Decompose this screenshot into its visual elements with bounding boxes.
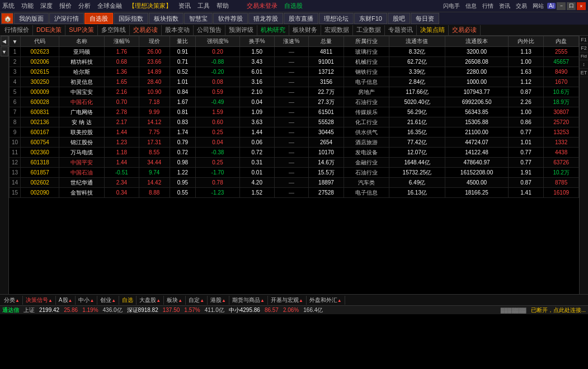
- btab-dapan[interactable]: 大盘股▲: [137, 296, 164, 305]
- sidebar-prev[interactable]: ◀: [1, 36, 8, 46]
- table-row[interactable]: 4 300250 初灵信息 1.65 28.40 1.01 0.08 3.16 …: [10, 77, 579, 87]
- trade-btn[interactable]: 交易: [514, 2, 529, 10]
- tab2-jybd[interactable]: 交易必读: [130, 25, 162, 35]
- table-row[interactable]: 5 000009 中国宝安 2.16 10.90 0.84 0.59 2.10 …: [10, 87, 579, 97]
- cell-name[interactable]: 亚玛顿: [59, 47, 105, 57]
- btab-fenlei[interactable]: 分类▲: [1, 296, 23, 305]
- col-header-inout[interactable]: 内外比: [508, 36, 544, 47]
- ai-badge[interactable]: Ai: [547, 3, 556, 9]
- table-row[interactable]: 6 600028 中国石化 0.70 7.18 1.67 -0.49 0.04 …: [10, 97, 579, 107]
- cell-code[interactable]: 002602: [21, 178, 59, 188]
- menu-depth[interactable]: 深度: [40, 2, 53, 10]
- btab-chuangye[interactable]: 创业▲: [97, 296, 119, 305]
- menu-global[interactable]: 全球金融: [97, 2, 122, 10]
- tab-forum[interactable]: 理想论坛: [319, 13, 354, 24]
- btab-ziding[interactable]: 自定▲: [186, 296, 208, 305]
- menu-function[interactable]: 功能: [21, 2, 34, 10]
- menu-help[interactable]: 帮助: [217, 2, 229, 10]
- cell-name[interactable]: 初灵信息: [59, 77, 105, 87]
- cell-name[interactable]: 精功科技: [59, 57, 105, 67]
- cell-code[interactable]: 002615: [21, 67, 59, 77]
- col-header-totalvol[interactable]: 总量: [309, 36, 344, 47]
- tab-intl[interactable]: 国际指数: [114, 13, 148, 24]
- cell-name[interactable]: 中国平安: [59, 158, 105, 168]
- cell-code[interactable]: 600754: [21, 138, 59, 148]
- cell-code[interactable]: 600167: [21, 127, 59, 138]
- table-row[interactable]: 9 600167 联美控股 1.44 7.75 1.74 0.25 1.44 —…: [10, 127, 579, 138]
- table-row[interactable]: 7 600831 广电网络 2.78 9.99 0.81 1.59 1.09 —…: [10, 107, 579, 117]
- col-header-volratio[interactable]: 量比: [170, 36, 195, 47]
- self-select[interactable]: 自选股: [284, 2, 303, 10]
- tab-myview[interactable]: 我的版面: [14, 13, 49, 24]
- col-header-code[interactable]: 代码: [21, 36, 59, 47]
- minimize-button[interactable]: －: [557, 2, 566, 10]
- table-row[interactable]: 15 002090 金智科技 0.34 8.88 0.55 -1.23 1.52…: [10, 188, 579, 198]
- menu-analysis[interactable]: 分析: [78, 2, 91, 10]
- menu-tools[interactable]: 工具: [197, 2, 210, 10]
- tab2-ztzx[interactable]: 专题资讯: [385, 25, 417, 35]
- tab-f10[interactable]: 东财F10: [354, 13, 387, 24]
- btab-bankuai[interactable]: 板块▲: [164, 296, 186, 305]
- col-header-inner[interactable]: 内盘: [544, 36, 579, 47]
- tab-zhihui[interactable]: 智慧宝: [184, 13, 213, 24]
- col-header-industry[interactable]: 所属行业: [344, 36, 389, 47]
- table-row[interactable]: 13 601857 中国石油 -0.51 9.74 1.22 -1.70 0.0…: [10, 168, 579, 178]
- sidebar-down[interactable]: ▼: [1, 46, 8, 56]
- cell-name[interactable]: 中国宝安: [59, 87, 105, 97]
- btab-aguwai[interactable]: A股▲: [56, 296, 76, 305]
- f2-btn[interactable]: F2: [580, 44, 588, 53]
- cell-code[interactable]: 000009: [21, 87, 59, 97]
- maximize-button[interactable]: 口: [567, 2, 576, 10]
- f1-btn[interactable]: F1: [580, 36, 588, 44]
- connection-status[interactable]: 已断开，点此处连接...: [531, 306, 586, 314]
- cell-name[interactable]: 广电网络: [59, 107, 105, 117]
- cell-name[interactable]: 联美控股: [59, 127, 105, 138]
- tab-bankuai[interactable]: 板块指数: [149, 13, 184, 24]
- col-header-name[interactable]: 名称: [59, 36, 105, 47]
- cell-code[interactable]: 002136: [21, 117, 59, 127]
- tab2-gysj[interactable]: 工业数据: [353, 25, 385, 35]
- tab2-sup[interactable]: SUP决策: [65, 25, 98, 35]
- news-btn[interactable]: 资讯: [497, 2, 512, 10]
- close-button[interactable]: ×: [577, 2, 586, 10]
- table-row[interactable]: 3 002615 哈尔斯 1.36 14.89 0.52 -0.20 6.01 …: [10, 67, 579, 77]
- flash-btn[interactable]: 闪电手: [441, 2, 462, 10]
- cell-name[interactable]: 世纪华通: [59, 178, 105, 188]
- table-row[interactable]: 11 002360 万马电缆 1.18 8.55 0.72 -0.38 0.72…: [10, 148, 579, 158]
- tab2-jcdj[interactable]: 决策点睛: [417, 25, 449, 35]
- table-row[interactable]: 1 002623 亚玛顿 1.76 26.00 0.91 0.20 1.50 —…: [10, 47, 579, 57]
- col-header-circcap[interactable]: 流通市值: [389, 36, 445, 47]
- col-header-change[interactable]: 涨幅%: [105, 36, 139, 47]
- quote-btn[interactable]: 行情: [480, 2, 496, 10]
- table-row[interactable]: 2 002006 精功科技 0.68 23.66 0.71 -0.88 3.43…: [10, 57, 579, 67]
- table-row[interactable]: 12 601318 中国平安 1.44 34.44 0.98 0.25 0.31…: [10, 158, 579, 168]
- btab-ganggu[interactable]: 港股▲: [208, 296, 229, 305]
- tab2-gbbd[interactable]: 股本变动: [162, 25, 194, 35]
- tab2-dde[interactable]: DDE决策: [33, 25, 65, 35]
- menu-system[interactable]: 系统: [2, 2, 15, 10]
- col-header-turnover[interactable]: 换手%: [239, 36, 274, 47]
- tab2-jgyj[interactable]: 机构研究: [257, 25, 289, 35]
- tab-zixuan[interactable]: 自选股: [84, 13, 113, 24]
- tab2-hqbj[interactable]: 行情报价: [1, 25, 33, 35]
- col-header-price[interactable]: 现价: [139, 36, 170, 47]
- tab2-hgsj[interactable]: 宏观数据: [321, 25, 353, 35]
- cell-code[interactable]: 601318: [21, 158, 59, 168]
- tab2-jybd2[interactable]: 交易必读: [449, 25, 481, 35]
- col-header-strength[interactable]: 强弱度%: [196, 36, 240, 47]
- cell-code[interactable]: 002623: [21, 47, 59, 57]
- cell-code[interactable]: 300250: [21, 77, 59, 87]
- tab-lielong[interactable]: 猎龙荐股: [248, 13, 283, 24]
- col-header-speed[interactable]: 涨速%: [274, 36, 309, 47]
- cell-name[interactable]: 中国石化: [59, 97, 105, 107]
- et-btn[interactable]: ET: [580, 69, 588, 77]
- tab2-ycpj[interactable]: 预测评级: [225, 25, 257, 35]
- cell-code[interactable]: 600028: [21, 97, 59, 107]
- cell-code[interactable]: 002360: [21, 148, 59, 158]
- menu-ideal[interactable]: 【理想决策家】: [129, 2, 172, 10]
- login-status[interactable]: 交易未登录: [247, 2, 277, 10]
- info-btn[interactable]: 信息: [463, 2, 479, 10]
- cell-name[interactable]: 安 纳 达: [59, 117, 105, 127]
- tab-guba[interactable]: 股吧: [388, 13, 410, 24]
- cell-code[interactable]: 002006: [21, 57, 59, 67]
